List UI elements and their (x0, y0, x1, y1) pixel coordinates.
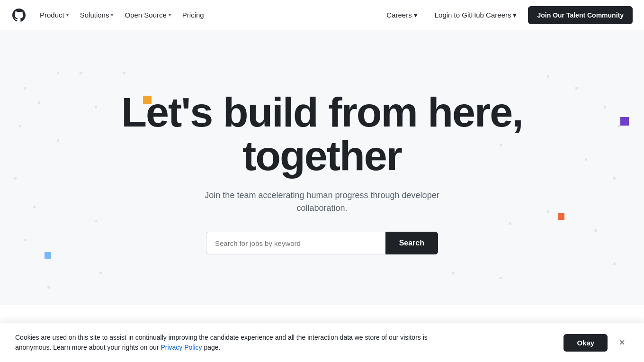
nav-solutions-label: Solutions (80, 11, 109, 19)
dot (613, 177, 616, 180)
decorative-square-purple (620, 117, 629, 126)
nav-product-label: Product (40, 11, 64, 19)
dot (613, 262, 616, 265)
dot (594, 229, 597, 232)
nav-left: Product ▾ Solutions ▾ Open Source ▾ Pric… (11, 7, 210, 23)
nav-item-solutions[interactable]: Solutions ▾ (74, 7, 119, 23)
cookie-actions: Okay × (564, 334, 629, 352)
dot (38, 101, 40, 104)
dot (47, 286, 50, 289)
decorative-square-blue (45, 252, 51, 259)
chevron-down-icon: ▾ (111, 12, 113, 18)
nav-careers[interactable]: Careers ▾ (381, 7, 423, 23)
dot (509, 222, 511, 225)
dot (547, 210, 549, 213)
decorative-square-orange (558, 213, 564, 220)
dot (500, 277, 502, 279)
chevron-down-icon: ▾ (169, 12, 171, 18)
cookie-okay-button[interactable]: Okay (564, 334, 608, 352)
nav-opensource-label: Open Source (125, 11, 166, 19)
dot (24, 239, 26, 241)
dot (604, 106, 606, 109)
cookie-banner: Cookies are used on this site to assist … (0, 323, 644, 362)
dot (123, 72, 125, 74)
chevron-down-icon: ▾ (66, 12, 69, 18)
chevron-down-icon: ▾ (513, 11, 517, 19)
search-input[interactable] (206, 232, 385, 254)
nav-item-product[interactable]: Product ▾ (34, 7, 74, 23)
hero-subtitle: Join the team accelerating human progres… (180, 189, 464, 215)
nav-careers-label: Careers (386, 11, 411, 19)
dot (547, 75, 549, 78)
dot (618, 125, 620, 127)
dot (14, 177, 17, 180)
join-talent-community-button[interactable]: Join Our Talent Community (528, 6, 633, 24)
cookie-message: Cookies are used on this site to assist … (15, 333, 441, 353)
github-logo[interactable] (11, 8, 27, 23)
dot (33, 206, 36, 208)
nav-pricing-label: Pricing (182, 11, 204, 19)
nav-login[interactable]: Login to GitHub Careers ▾ (429, 7, 523, 23)
dot (19, 125, 21, 127)
dot (575, 87, 578, 90)
dot (95, 220, 97, 222)
navbar: Product ▾ Solutions ▾ Open Source ▾ Pric… (0, 0, 644, 30)
search-button[interactable]: Search (385, 232, 438, 254)
dot (80, 72, 82, 74)
dot (99, 272, 102, 274)
hero-section: Let's build from here, together Join the… (0, 30, 644, 305)
nav-item-pricing[interactable]: Pricing (177, 7, 210, 23)
hero-search-form: Search (206, 232, 438, 254)
dot (57, 72, 59, 74)
privacy-policy-link[interactable]: Privacy Policy (161, 344, 202, 351)
chevron-down-icon: ▾ (414, 11, 418, 19)
dot (24, 87, 26, 90)
dot (57, 139, 59, 142)
nav-right: Careers ▾ Login to GitHub Careers ▾ Join… (381, 6, 633, 24)
nav-login-label: Login to GitHub Careers (435, 11, 511, 19)
dot (95, 106, 97, 109)
nav-item-opensource[interactable]: Open Source ▾ (119, 7, 176, 23)
dot (452, 272, 455, 274)
dot (585, 158, 587, 161)
hero-title: Let's build from here, together (121, 90, 522, 178)
cookie-close-button[interactable]: × (615, 335, 629, 351)
